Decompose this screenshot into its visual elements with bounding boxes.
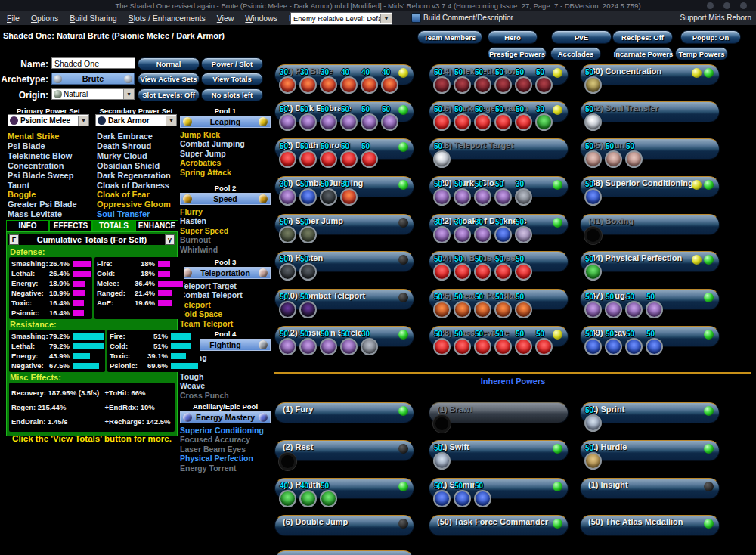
yellow-indicator-light[interactable] [692, 255, 702, 265]
power-50-task-force-commander[interactable]: (50) Task Force Commander [429, 515, 569, 536]
power-1-sprint[interactable]: (1) Sprint50 [580, 402, 720, 423]
archetype-prev-icon[interactable] [54, 75, 62, 83]
pool-power-weave[interactable]: Weave [180, 381, 271, 390]
enhancement-slot[interactable]: 30 [514, 182, 534, 206]
enhancement-slot[interactable]: 40 [299, 484, 319, 508]
power-26-greater-psi-blade[interactable]: (26) Greater Psi Blade5050505050 [429, 289, 569, 310]
enhancement-slot[interactable]: 50 [534, 70, 555, 95]
power-28-mass-levitate[interactable]: (28) Mass Levitate505050505050 [429, 326, 569, 347]
power-41-boxing[interactable]: (41) Boxing [580, 214, 720, 235]
enhancement-slot[interactable]: 50 [453, 107, 473, 132]
enhancement-slot[interactable]: 30 [432, 220, 453, 244]
power-38-superior-conditioning[interactable]: (38) Superior Conditioning50 [580, 176, 720, 197]
pool-header-speed[interactable]: Speed [180, 193, 271, 205]
pool-power-spring-attack[interactable]: Spring Attack [180, 168, 271, 177]
pve-button[interactable]: PvE [551, 30, 612, 44]
menu-view[interactable]: View [217, 14, 234, 23]
enhancement-slot[interactable]: 50 [299, 182, 319, 206]
prestige-powers-button[interactable]: Prestige Powers [488, 47, 547, 60]
no-slots-left-button[interactable]: No slots left [201, 88, 263, 101]
enhancement-slot[interactable]: 30 [278, 70, 299, 95]
pool-power-burnout[interactable]: Burnout [180, 235, 271, 244]
enhancement-slot[interactable]: 50 [514, 107, 534, 132]
enhancement-slot[interactable]: 50 [584, 144, 604, 169]
power-bar[interactable]: (50) Task Force Commander [429, 515, 569, 536]
power-1-brawl[interactable]: (1) Brawl [429, 402, 569, 423]
pool-power-acrobatics[interactable]: Acrobatics [180, 158, 271, 167]
enhancement-slot[interactable]: 50 [299, 144, 319, 169]
enhancement-slot[interactable]: 50 [432, 70, 453, 95]
pool-power-combat-jumping[interactable]: Combat Jumping [180, 139, 271, 148]
enhancement-slot[interactable]: 50 [278, 144, 299, 169]
enhancement-slot[interactable]: 50 [278, 107, 299, 132]
close-window-icon[interactable] [740, 2, 747, 9]
power-1-dark-embrace[interactable]: (1) Dark Embrace505050505050 [274, 101, 414, 122]
pool-power-flurry[interactable]: Flurry [180, 207, 271, 216]
power-slot-button[interactable]: Power / Slot [201, 57, 263, 70]
enhancement-slot[interactable]: 50 [278, 295, 299, 319]
enhancement-slot[interactable]: 30 [360, 332, 380, 356]
power-24-psi-blade-sweep[interactable]: (24) Psi Blade Sweep5050505050 [429, 251, 569, 272]
enhancement-slot[interactable]: 50 [514, 70, 534, 95]
power-list-item-soul-transfer[interactable]: Soul Transfer [97, 209, 184, 219]
green-indicator-light[interactable] [553, 444, 562, 454]
chevron-down-icon[interactable] [166, 116, 176, 126]
temp-powers-button[interactable]: Temp Powers [675, 47, 728, 60]
enhancement-slot[interactable]: 50 [514, 220, 534, 244]
power-list-item-telekinetic-blow[interactable]: Telekinetic Blow [8, 151, 95, 161]
green-indicator-light[interactable] [553, 482, 562, 491]
origin-select[interactable]: Natural [51, 88, 135, 100]
enhancement-slot[interactable] [432, 408, 453, 433]
enhancement-slot[interactable]: 50 [319, 144, 339, 169]
power-22-cloak-of-darkness[interactable]: (22) Cloak of Darkness3030305050 [429, 214, 569, 235]
enhancement-slot[interactable]: 50 [584, 70, 604, 95]
power-bar[interactable]: (50) The Atlas Medallion [580, 515, 720, 536]
power-18-teleport-target[interactable]: (18) Teleport Target50 [429, 138, 569, 160]
enhancement-slot[interactable]: 50 [584, 332, 604, 356]
power-49-weave[interactable]: (49) Weave50505050 [580, 326, 720, 347]
power-bar[interactable]: (1) Fury [274, 402, 414, 423]
enhancement-slot[interactable]: 50 [584, 182, 604, 206]
enhancement-slot[interactable]: 50 [453, 70, 473, 95]
enhancement-slot[interactable]: 50 [494, 70, 514, 95]
green-indicator-light[interactable] [398, 406, 408, 416]
enhancement-slot[interactable]: 50 [432, 446, 453, 470]
enhancement-slot[interactable]: 50 [494, 332, 514, 356]
enhancement-slot[interactable]: 40 [360, 70, 380, 95]
green-indicator-light[interactable] [398, 142, 408, 152]
enhancement-slot[interactable]: 50 [604, 295, 624, 319]
enhancement-slot[interactable]: 50 [584, 107, 604, 132]
pool-power-jump-kick[interactable]: Jump Kick [180, 130, 271, 139]
power-1-psi-blade[interactable]: (1) Psi Blade303030404040 [274, 64, 414, 85]
pool-header-leaping[interactable]: Leaping [180, 116, 271, 128]
enhancement-slot[interactable]: 50 [453, 332, 473, 356]
power-2-rest[interactable]: (2) Rest [274, 440, 414, 461]
note-icon[interactable] [411, 13, 421, 23]
power-list-item-obsidian-shield[interactable]: Obsidian Shield [97, 161, 184, 171]
power-4-combat-jumping[interactable]: (4) Combat Jumping30505030 [274, 176, 414, 197]
support-mids-reborn-link[interactable]: Support Mids Reborn [680, 14, 752, 22]
enhancement-slot[interactable]: 50 [432, 295, 453, 319]
power-1-swift[interactable]: (1) Swift50 [429, 440, 569, 461]
chevron-down-icon[interactable] [78, 116, 88, 126]
pool-power-superior-conditioning[interactable]: Superior Conditioning [180, 426, 271, 435]
popup-on-button[interactable]: Popup: On [680, 30, 741, 44]
enhancement-slot[interactable]: 30 [339, 182, 360, 206]
enhancement-slot[interactable]: 50 [453, 182, 473, 206]
power-1-stamina[interactable]: (1) Stamina505050 [429, 478, 569, 499]
enhancement-slot[interactable]: 50 [453, 484, 473, 508]
enhancement-slot[interactable]: 50 [278, 257, 299, 281]
secondary-powerset-select[interactable]: Dark Armor [95, 114, 177, 126]
black-indicator-light[interactable] [398, 444, 408, 454]
enhancement-slot[interactable]: 50 [299, 257, 319, 281]
enhancement-slot[interactable]: 50 [473, 295, 494, 319]
pool-power-hasten[interactable]: Hasten [180, 216, 271, 225]
enhancement-slot[interactable]: 40 [339, 70, 360, 95]
enhancement-slot[interactable]: 50 [604, 332, 624, 356]
power-list-item-dark-embrace[interactable]: Dark Embrace [97, 132, 184, 141]
enhancement-slot[interactable]: 50 [453, 295, 473, 319]
enhancement-slot[interactable]: 50 [432, 182, 453, 206]
pool-power-super-speed[interactable]: Super Speed [180, 226, 271, 235]
power-1-insight[interactable]: (1) Insight [580, 478, 720, 499]
archetype-next-icon[interactable] [124, 75, 132, 83]
